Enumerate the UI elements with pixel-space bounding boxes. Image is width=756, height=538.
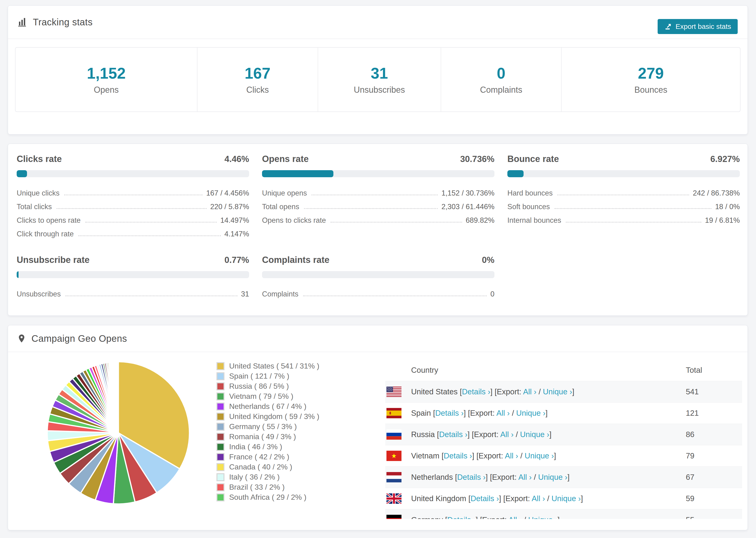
legend-item[interactable]: Germany ( 55 / 3% ) <box>216 422 319 432</box>
export-unique-link[interactable]: Unique › <box>543 387 572 396</box>
details-link[interactable]: Details › <box>439 430 467 439</box>
geo-opens-pie-chart <box>45 360 191 506</box>
column-header-total: Total <box>686 366 702 375</box>
legend-item[interactable]: Vietnam ( 79 / 5% ) <box>216 391 319 402</box>
rate-detail-value: 220 / 5.87% <box>210 202 249 211</box>
dotted-leader <box>79 236 221 236</box>
legend-item[interactable]: United States ( 541 / 31% ) <box>216 361 319 371</box>
export-icon <box>664 23 672 30</box>
rate-detail-row: Total clicks220 / 5.87% <box>17 200 249 214</box>
rate-progress-fill <box>262 170 333 177</box>
rate-detail-row: Unique clicks167 / 4.456% <box>17 187 249 200</box>
legend-item[interactable]: United Kingdom ( 59 / 3% ) <box>216 411 319 422</box>
table-row-germany: Germany [Details ›] [Export: All › / Uni… <box>385 509 742 519</box>
flag-icon-us <box>387 387 402 397</box>
country-cell: Spain [Details ›] [Export: All › / Uniqu… <box>411 409 548 418</box>
legend-label: Germany ( 55 / 3% ) <box>229 422 297 431</box>
rate-detail-value: 689.82% <box>466 216 495 225</box>
export-unique-link[interactable]: Unique › <box>552 494 581 503</box>
export-unique-link[interactable]: Unique › <box>525 452 554 460</box>
legend-swatch <box>216 463 225 471</box>
legend-item[interactable]: Canada ( 40 / 2% ) <box>216 462 319 472</box>
rate-detail-rows: Unique clicks167 / 4.456%Total clicks220… <box>17 187 249 241</box>
legend-swatch <box>216 423 225 431</box>
legend-label: Italy ( 36 / 2% ) <box>229 473 280 481</box>
legend-swatch <box>216 473 225 481</box>
details-link[interactable]: Details › <box>457 473 486 481</box>
export-all-link[interactable]: All › <box>518 473 532 481</box>
legend-swatch <box>216 483 225 491</box>
dotted-leader <box>311 194 438 195</box>
details-link[interactable]: Details › <box>435 409 464 417</box>
rate-detail-value: 0 <box>490 290 495 298</box>
tracking-stats-header: Tracking stats <box>8 6 747 39</box>
legend-item[interactable]: France ( 42 / 2% ) <box>216 452 319 462</box>
page-title: Tracking stats <box>33 17 92 27</box>
legend-label: United Kingdom ( 59 / 3% ) <box>229 412 319 421</box>
legend-label: Romania ( 49 / 3% ) <box>229 432 296 441</box>
total-cell: 79 <box>686 452 694 460</box>
details-link[interactable]: Details › <box>462 387 490 396</box>
stat-cell-clicks: 167Clicks <box>197 48 318 112</box>
export-unique-link[interactable]: Unique › <box>516 409 546 417</box>
export-basic-stats-button[interactable]: Export basic stats <box>658 19 738 34</box>
stat-value: 1,152 <box>87 64 126 82</box>
legend-item[interactable]: Italy ( 36 / 2% ) <box>216 472 319 482</box>
rate-title: Opens rate <box>262 154 309 164</box>
export-button-label: Export basic stats <box>675 23 731 30</box>
geo-table-body: United States [Details ›] [Export: All ›… <box>385 381 742 519</box>
legend-swatch <box>216 493 225 501</box>
stat-value: 279 <box>638 64 664 82</box>
geo-header: Campaign Geo Opens <box>8 325 747 352</box>
export-all-link[interactable]: All › <box>508 515 522 519</box>
legend-label: South Africa ( 29 / 2% ) <box>229 493 306 502</box>
geo-opens-table: Country Total United States [Details ›] … <box>385 359 742 519</box>
legend-item[interactable]: South Africa ( 29 / 2% ) <box>216 492 319 502</box>
dotted-leader <box>66 296 237 296</box>
dotted-leader <box>566 222 701 223</box>
legend-item[interactable]: Romania ( 49 / 3% ) <box>216 432 319 442</box>
stat-cell-complaints: 0Complaints <box>441 48 561 112</box>
stat-label: Bounces <box>634 85 667 95</box>
legend-item[interactable]: Brazil ( 33 / 2% ) <box>216 482 319 492</box>
rate-detail-value: 242 / 86.738% <box>693 189 740 197</box>
rate-title: Unsubscribe rate <box>17 255 89 265</box>
legend-item[interactable]: India ( 46 / 3% ) <box>216 442 319 452</box>
rate-progress-track <box>507 170 740 177</box>
export-all-link[interactable]: All › <box>523 387 536 396</box>
export-unique-link[interactable]: Unique › <box>528 515 558 519</box>
rate-detail-rows: Complaints0 <box>262 288 495 301</box>
legend-item[interactable]: Netherlands ( 67 / 4% ) <box>216 402 319 411</box>
details-link[interactable]: Details › <box>447 515 476 519</box>
legend-swatch <box>216 413 225 421</box>
export-unique-link[interactable]: Unique › <box>538 473 567 481</box>
rate-section-complaints-rate: Complaints rate0%Complaints0 <box>262 255 495 301</box>
legend-item[interactable]: Russia ( 86 / 5% ) <box>216 381 319 391</box>
rate-section-header: Complaints rate0% <box>262 255 495 265</box>
pie-slice-other[interactable] <box>118 362 118 433</box>
rate-detail-rows: Hard bounces242 / 86.738%Soft bounces18 … <box>507 187 740 228</box>
dotted-leader <box>85 222 216 223</box>
total-cell: 86 <box>686 430 694 439</box>
rate-progress-fill <box>17 170 27 177</box>
details-link[interactable]: Details › <box>444 452 472 460</box>
summary-stats-box: 1,152Opens167Clicks31Unsubscribes0Compla… <box>15 47 740 112</box>
rate-progress-track <box>17 170 249 177</box>
dotted-leader <box>303 296 487 296</box>
rate-detail-row: Internal bounces19 / 6.81% <box>507 214 740 228</box>
country-cell: Vietnam [Details ›] [Export: All › / Uni… <box>411 452 556 460</box>
rate-section-unsubscribe-rate: Unsubscribe rate0.77%Unsubscribes31 <box>17 255 249 301</box>
rate-detail-label: Unique clicks <box>17 189 60 197</box>
export-all-link[interactable]: All › <box>496 409 510 417</box>
export-all-link[interactable]: All › <box>500 430 514 439</box>
legend-swatch <box>216 372 225 380</box>
export-all-link[interactable]: All › <box>505 452 518 460</box>
details-link[interactable]: Details › <box>470 494 499 503</box>
rates-card: Clicks rate4.46%Unique clicks167 / 4.456… <box>8 144 748 316</box>
export-all-link[interactable]: All › <box>532 494 545 503</box>
rate-detail-label: Soft bounces <box>507 202 550 211</box>
rate-section-opens-rate: Opens rate30.736%Unique opens1,152 / 30.… <box>262 154 495 241</box>
export-unique-link[interactable]: Unique › <box>520 430 549 439</box>
flag-icon-es <box>387 408 402 418</box>
legend-item[interactable]: Spain ( 121 / 7% ) <box>216 371 319 381</box>
